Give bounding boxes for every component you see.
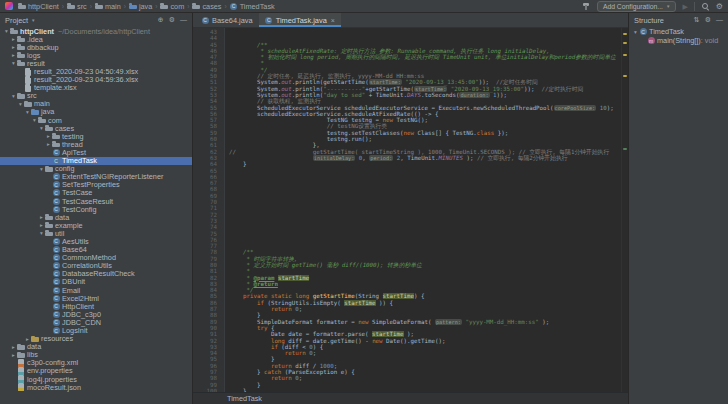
project-panel-toolbar: ⊕ ⚙ —	[158, 13, 187, 27]
xml-icon	[17, 359, 25, 367]
tree-item[interactable]: DBUnit	[0, 278, 192, 286]
class-icon	[265, 17, 272, 24]
folder-src-icon	[129, 2, 137, 10]
tree-item[interactable]: template.xlsx	[0, 84, 192, 92]
tree-item[interactable]: AesUtils	[0, 237, 192, 245]
props-icon	[17, 367, 25, 375]
tree-item-path: ~/Documents/idea/httpClient	[58, 27, 150, 36]
breadcrumb-item[interactable]: com	[160, 2, 184, 11]
hide-panel-icon[interactable]: —	[180, 13, 187, 27]
chevron-expanded-icon[interactable]: ▾	[3, 28, 10, 34]
close-icon[interactable]: ×	[331, 17, 335, 24]
editor-gutter[interactable]: 4344454647484950515253545556575859606162…	[193, 28, 225, 392]
chevron-expanded-icon[interactable]: ▾	[24, 109, 31, 115]
project-panel-title[interactable]: Project	[5, 16, 28, 25]
sort-icon[interactable]: ⇅	[694, 13, 700, 27]
settings-gear-icon[interactable]: ⚙	[716, 2, 723, 11]
breadcrumb-item[interactable]: main	[95, 2, 121, 11]
tree-item[interactable]: TimedTask	[0, 157, 192, 165]
breadcrumb-item[interactable]: httpClient	[18, 2, 59, 11]
tree-item[interactable]: SetTestProperties	[0, 181, 192, 189]
chevron-expanded-icon[interactable]: ▾	[38, 125, 45, 131]
settings-gear-icon[interactable]: ⚙	[169, 13, 175, 27]
stripe-mark	[623, 75, 627, 77]
structure-panel-title[interactable]: Structure	[634, 16, 664, 25]
tree-item[interactable]: TestConfig	[0, 205, 192, 213]
search-icon[interactable]	[701, 2, 710, 11]
tree-item[interactable]: ▸thread	[0, 140, 192, 148]
folder-res-icon	[31, 335, 39, 343]
chevron-expanded-icon[interactable]: ▾	[10, 93, 17, 99]
tree-item[interactable]: JDBC_CDN	[0, 318, 192, 326]
tree-item[interactable]: ▸testing	[0, 132, 192, 140]
tree-item[interactable]: DatabaseResultCheck	[0, 270, 192, 278]
code-editor[interactable]: /** * scheduleAtFixedRate: 定时执行方法 参数: Ru…	[225, 28, 621, 392]
breadcrumb-class[interactable]: TimedTask	[227, 394, 262, 403]
chevron-collapsed-icon[interactable]: ▸	[38, 214, 45, 220]
chevron-down-icon[interactable]: ▼	[31, 18, 35, 23]
breadcrumb-label: src	[77, 2, 87, 11]
breadcrumb-label: com	[170, 2, 184, 11]
locate-file-icon[interactable]: ⊕	[158, 13, 164, 27]
class-icon	[53, 157, 60, 164]
class-icon	[53, 181, 60, 188]
add-configuration-button[interactable]: Add Configuration... ▼	[597, 1, 677, 12]
build-hammer-icon[interactable]	[582, 2, 591, 11]
chevron-expanded-icon[interactable]: ▾	[31, 117, 38, 123]
chevron-expanded-icon[interactable]: ▾	[38, 166, 45, 172]
chevron-collapsed-icon[interactable]: ▸	[38, 222, 45, 228]
breadcrumb-item[interactable]: TimedTask	[230, 2, 275, 11]
tree-item[interactable]: ▾main	[0, 100, 192, 108]
tree-item[interactable]: Excel2Html	[0, 294, 192, 302]
folder-icon	[24, 100, 32, 108]
tree-item[interactable]: result_2020-09-23 04:59:36.xlsx	[0, 76, 192, 84]
breadcrumb-item[interactable]: cases	[192, 2, 221, 11]
class-icon	[53, 198, 60, 205]
breadcrumb-item[interactable]: src	[67, 2, 87, 11]
folder-icon	[52, 140, 60, 148]
tab-Base64.java[interactable]: Base64.java	[195, 13, 259, 27]
chevron-expanded-icon[interactable]: ▾	[17, 101, 24, 107]
structure-panel-header: Structure ⇅ ⚙ —	[629, 13, 728, 27]
class-icon	[53, 238, 60, 245]
class-icon	[53, 303, 60, 310]
chevron-collapsed-icon[interactable]: ▸	[45, 133, 52, 139]
folder-icon	[52, 132, 60, 140]
breadcrumb-separator: ›	[155, 3, 157, 10]
structure-item[interactable]: main(String[]): void	[629, 36, 728, 45]
structure-item[interactable]: ▾TimedTask	[629, 27, 728, 36]
settings-gear-icon[interactable]: ⚙	[705, 13, 711, 27]
chevron-expanded-icon[interactable]: ▾	[10, 60, 17, 66]
chevron-collapsed-icon[interactable]: ▸	[45, 141, 52, 147]
chevron-collapsed-icon[interactable]: ▸	[10, 52, 17, 58]
tree-item[interactable]: ▾src	[0, 92, 192, 100]
folder-icon	[10, 27, 18, 35]
class-icon	[53, 189, 60, 196]
tree-item[interactable]: ▸data	[0, 213, 192, 221]
tab-TimedTask.java[interactable]: TimedTask.java×	[259, 13, 341, 27]
tree-item[interactable]: ▾java	[0, 108, 192, 116]
structure-item-label: main(String[])	[657, 36, 701, 45]
breadcrumb-item[interactable]: java	[129, 2, 152, 11]
chevron-collapsed-icon[interactable]: ▸	[10, 352, 17, 358]
tree-item[interactable]: ▸example	[0, 221, 192, 229]
tree-item[interactable]: mocoResult.json	[0, 383, 192, 391]
tree-item[interactable]: LogsInit	[0, 326, 192, 334]
folder-icon	[18, 2, 26, 10]
chevron-collapsed-icon[interactable]: ▸	[10, 344, 17, 350]
chevron-collapsed-icon[interactable]: ▸	[10, 44, 17, 50]
chevron-collapsed-icon[interactable]: ▸	[10, 36, 17, 42]
hide-panel-icon[interactable]: —	[716, 13, 723, 27]
scrollbar-error-stripe[interactable]	[621, 28, 628, 392]
tree-item[interactable]: ▾com	[0, 116, 192, 124]
chevron-collapsed-icon[interactable]: ▸	[24, 336, 31, 342]
tree-item[interactable]: ▾util	[0, 229, 192, 237]
run-icon[interactable]: ▶	[682, 2, 687, 11]
chevron-expanded-icon[interactable]: ▾	[632, 29, 639, 35]
chevron-expanded-icon[interactable]: ▾	[38, 230, 45, 236]
add-configuration-label: Add Configuration...	[603, 3, 663, 10]
main-area: Project ▼ ⊕ ⚙ — ▾httpClient~/Documents/i…	[0, 13, 728, 404]
stripe-mark	[623, 148, 627, 150]
xlsx-icon	[24, 76, 32, 84]
tree-item[interactable]: ▾cases	[0, 124, 192, 132]
